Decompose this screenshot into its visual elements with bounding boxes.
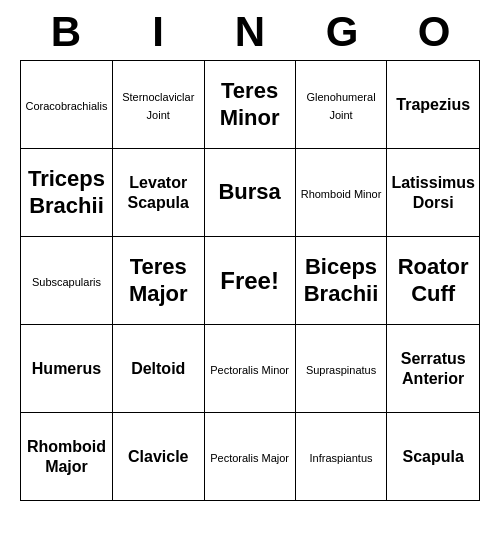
bingo-cell: Supraspinatus: [295, 325, 387, 413]
bingo-cell: Levator Scapula: [112, 149, 204, 237]
bingo-cell: Subscapularis: [21, 237, 113, 325]
bingo-cell: Free!: [204, 237, 295, 325]
bingo-cell: Latissimus Dorsi: [387, 149, 480, 237]
bingo-letter: B: [22, 8, 110, 56]
bingo-cell: Humerus: [21, 325, 113, 413]
bingo-cell: Serratus Anterior: [387, 325, 480, 413]
bingo-grid: CoracobrachialisSternoclaviclar JointTer…: [20, 60, 480, 501]
bingo-letter: N: [206, 8, 294, 56]
bingo-cell: Teres Minor: [204, 61, 295, 149]
bingo-cell: Pectoralis Minor: [204, 325, 295, 413]
bingo-letter: O: [390, 8, 478, 56]
bingo-cell: Trapezius: [387, 61, 480, 149]
bingo-cell: Infraspiantus: [295, 413, 387, 501]
bingo-letter: I: [114, 8, 202, 56]
bingo-title: BINGO: [20, 8, 480, 56]
bingo-cell: Clavicle: [112, 413, 204, 501]
bingo-cell: Biceps Brachii: [295, 237, 387, 325]
bingo-cell: Teres Major: [112, 237, 204, 325]
bingo-cell: Triceps Brachii: [21, 149, 113, 237]
bingo-cell: Pectoralis Major: [204, 413, 295, 501]
bingo-cell: Deltoid: [112, 325, 204, 413]
bingo-cell: Bursa: [204, 149, 295, 237]
bingo-cell: Rhomboid Minor: [295, 149, 387, 237]
bingo-cell: Glenohumeral Joint: [295, 61, 387, 149]
bingo-cell: Roator Cuff: [387, 237, 480, 325]
bingo-cell: Scapula: [387, 413, 480, 501]
bingo-cell: Sternoclaviclar Joint: [112, 61, 204, 149]
bingo-cell: Coracobrachialis: [21, 61, 113, 149]
bingo-letter: G: [298, 8, 386, 56]
bingo-cell: Rhomboid Major: [21, 413, 113, 501]
